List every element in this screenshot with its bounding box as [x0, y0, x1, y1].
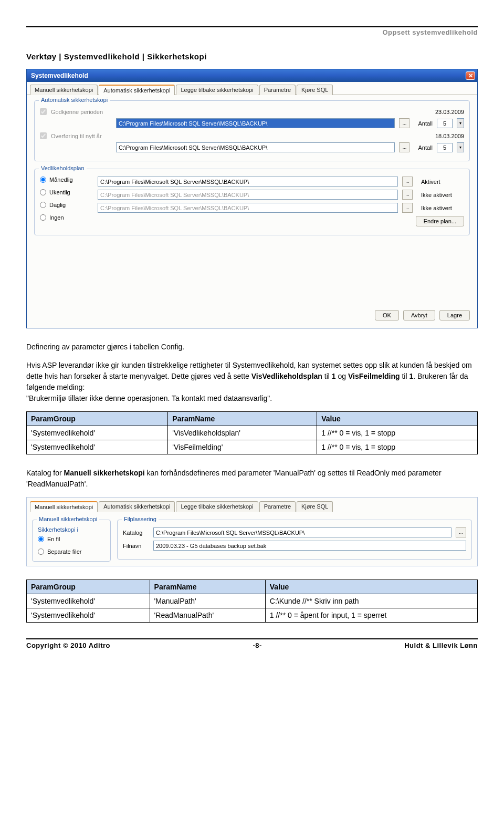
- para-3: Katalog for Manuell sikkerhetskopi kan f…: [26, 468, 478, 490]
- tab-parametre[interactable]: Parametre: [259, 85, 296, 95]
- page-footer: Copyright © 2010 Aditro -8- Huldt & Lill…: [26, 638, 478, 649]
- katalog-browse[interactable]: ...: [456, 527, 466, 537]
- close-button[interactable]: ✕: [466, 71, 475, 80]
- browse-1-button[interactable]: ...: [399, 118, 410, 128]
- plan-path-1[interactable]: [98, 177, 398, 187]
- tab2-automatisk[interactable]: Automatisk sikkerhetskopi: [99, 501, 175, 512]
- t2-h3: Value: [265, 580, 477, 594]
- manuell-window: Manuell sikkerhetskopi Automatisk sikker…: [26, 497, 478, 566]
- plan-legend: Vedlikeholdsplan: [39, 165, 87, 171]
- tab-legge-tilbake[interactable]: Legge tilbake sikkerhetskopi: [176, 85, 258, 95]
- plan-path-3[interactable]: [98, 203, 398, 213]
- t2-r1c1: 'Systemvedlikehold': [27, 594, 150, 608]
- plan-path-2[interactable]: [98, 190, 398, 200]
- auto-legend: Automatisk sikkerhetskopi: [39, 97, 110, 103]
- footer-center: -8-: [253, 641, 261, 649]
- radio-daglig-label: Daglig: [49, 202, 66, 208]
- radio-manedlig[interactable]: [40, 177, 46, 183]
- date-2: 18.03.2009: [427, 133, 464, 139]
- titlebar: Systemvedlikehold ✕: [27, 69, 477, 82]
- t1-h2: ParamName: [168, 412, 317, 426]
- avbryt-button[interactable]: Avbryt: [403, 310, 435, 320]
- t2-r2c3: 1 //** 0 = åpent for input, 1 = sperret: [265, 608, 477, 623]
- tab-bar-2: Manuell sikkerhetskopi Automatisk sikker…: [27, 498, 477, 511]
- systemvedlikehold-window: Systemvedlikehold ✕ Manuell sikkerhetsko…: [26, 69, 478, 328]
- antall-1-label: Antall: [418, 120, 433, 127]
- tab-bar: Manuell sikkerhetskopi Automatisk sikker…: [27, 82, 477, 95]
- radio-separate[interactable]: [38, 548, 44, 555]
- t2-h1: ParamGroup: [27, 580, 150, 594]
- t1-h1: ParamGroup: [27, 412, 168, 426]
- radio-daglig[interactable]: [40, 202, 46, 208]
- antall-1-value[interactable]: 5: [437, 119, 453, 128]
- tab-manuell[interactable]: Manuell sikkerhetskopi: [30, 85, 98, 95]
- tab2-parametre[interactable]: Parametre: [259, 501, 296, 512]
- page-header: Oppsett systemvedlikehold: [26, 28, 478, 36]
- katalog-input[interactable]: [153, 527, 452, 537]
- t2-r1c2: 'ManualPath': [150, 594, 265, 608]
- date-1: 23.03.2009: [427, 109, 464, 115]
- plan-fieldset: Vedlikeholdsplan Månedlig Ukentlig Dagli…: [34, 169, 470, 235]
- katalog-label: Katalog: [123, 530, 149, 536]
- radio-ukentlig[interactable]: [40, 189, 46, 195]
- t2-r2c2: 'ReadManualPath': [150, 608, 265, 623]
- overforing-checkbox[interactable]: [40, 132, 47, 139]
- t1-r1c3: 1 //** 0 = vis, 1 = stopp: [317, 426, 478, 440]
- tab2-legge-tilbake[interactable]: Legge tilbake sikkerhetskopi: [176, 501, 258, 512]
- tab-content: Automatisk sikkerhetskopi Godkjenne peri…: [27, 95, 477, 328]
- radio-column: Månedlig Ukentlig Daglig Ingen: [40, 177, 92, 230]
- status-1: Aktivert: [417, 179, 464, 185]
- radio-separate-label: Separate filer: [47, 548, 81, 555]
- tab-automatisk[interactable]: Automatisk sikkerhetskopi: [99, 85, 175, 95]
- t1-r1c2: 'VisVedlikeholdsplan': [168, 426, 317, 440]
- antall-1-dropdown[interactable]: ▾: [457, 118, 464, 128]
- godkjenne-label: Godkjenne perioden: [51, 109, 114, 115]
- plan-browse-2[interactable]: ...: [402, 190, 413, 200]
- browse-2-button[interactable]: ...: [399, 142, 410, 152]
- plan-browse-1[interactable]: ...: [402, 177, 413, 187]
- filplassering-legend: Filplassering: [122, 516, 159, 522]
- antall-2-label: Antall: [418, 144, 433, 151]
- header-rule: [26, 26, 478, 27]
- filnavn-input[interactable]: [153, 541, 466, 551]
- status-2: Ikke aktivert: [417, 192, 464, 198]
- tab2-kjore-sql[interactable]: Kjøre SQL: [297, 501, 333, 512]
- filnavn-label: Filnavn: [123, 543, 149, 549]
- radio-ukentlig-label: Ukentlig: [49, 189, 70, 195]
- breadcrumb: Verktøy | Systemvedlikehold | Sikkerhets…: [26, 52, 478, 61]
- plan-browse-3[interactable]: ...: [402, 203, 413, 213]
- radio-en-fil[interactable]: [38, 536, 44, 542]
- t1-r2c1: 'Systemvedlikehold': [27, 440, 168, 454]
- t1-r1c1: 'Systemvedlikehold': [27, 426, 168, 440]
- close-icon: ✕: [468, 73, 473, 79]
- sikkerhetskopi-i: Sikkerhetskopi i: [38, 526, 105, 533]
- t1-r2c2: 'VisFeilmelding': [168, 440, 317, 454]
- overforing-label: Overføring til nytt år: [51, 133, 114, 139]
- godkjenne-checkbox[interactable]: [40, 108, 47, 115]
- radio-manedlig-label: Månedlig: [49, 177, 73, 183]
- para-1: Definering av parameter gjøres i tabelle…: [26, 341, 478, 353]
- param-table-2: ParamGroupParamNameValue 'Systemvedlikeh…: [26, 579, 478, 623]
- t2-h2: ParamName: [150, 580, 265, 594]
- button-row: OK Avbryt Lagre: [34, 306, 470, 323]
- radio-ingen[interactable]: [40, 214, 46, 221]
- param-table-1: ParamGroupParamNameValue 'Systemvedlikeh…: [26, 411, 478, 454]
- status-3: Ikke aktivert: [417, 205, 464, 211]
- path-1-input[interactable]: [116, 118, 395, 128]
- para-2: Hvis ASP leverandør ikke gir kunden tils…: [26, 360, 478, 404]
- t1-r2c3: 1 //** 0 = vis, 1 = stopp: [317, 440, 478, 454]
- tab2-manuell[interactable]: Manuell sikkerhetskopi: [30, 501, 98, 512]
- antall-2-dropdown[interactable]: ▾: [457, 142, 464, 152]
- window-title: Systemvedlikehold: [29, 72, 466, 79]
- antall-2-value[interactable]: 5: [437, 143, 453, 152]
- path-2-input[interactable]: [116, 142, 395, 152]
- manuell-legend: Manuell sikkerhetskopi: [37, 516, 99, 522]
- ok-button[interactable]: OK: [375, 310, 399, 320]
- footer-left: Copyright © 2010 Aditro: [26, 641, 110, 649]
- t2-r2c1: 'Systemvedlikehold': [27, 608, 150, 623]
- endre-plan-button[interactable]: Endre plan...: [416, 216, 464, 226]
- tab-kjore-sql[interactable]: Kjøre SQL: [297, 85, 333, 95]
- lagre-button[interactable]: Lagre: [439, 310, 470, 320]
- t1-h3: Value: [317, 412, 478, 426]
- t2-r1c3: C:\Kunde //** Skriv inn path: [265, 594, 477, 608]
